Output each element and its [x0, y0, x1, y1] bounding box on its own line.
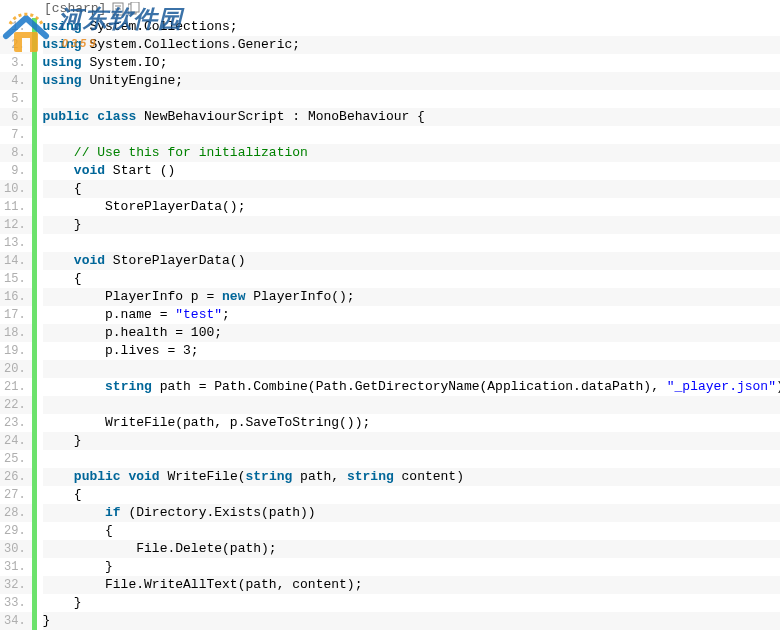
line-number: 14. [0, 252, 32, 270]
text-token: Start () [105, 163, 175, 178]
text-token [43, 379, 105, 394]
code-line[interactable]: using System.Collections.Generic; [43, 36, 780, 54]
text-token: p.lives = 3; [43, 343, 199, 358]
code-line[interactable] [43, 90, 780, 108]
code-toolbar [112, 2, 140, 16]
line-number: 17. [0, 306, 32, 324]
keyword-token: string [246, 469, 293, 484]
line-number: 4. [0, 72, 32, 90]
text-token [43, 253, 74, 268]
code-line[interactable]: StorePlayerData(); [43, 198, 780, 216]
line-number: 19. [0, 342, 32, 360]
code-line[interactable]: // Use this for initialization [43, 144, 780, 162]
code-line[interactable]: } [43, 216, 780, 234]
line-number: 27. [0, 486, 32, 504]
code-editor: 1. 2. 3. 4. 5. 6. 7. 8. 9.10.11.12.13.14… [0, 18, 780, 630]
line-number: 20. [0, 360, 32, 378]
code-line[interactable]: using System.IO; [43, 54, 780, 72]
code-line[interactable]: } [43, 432, 780, 450]
keyword-token: using [43, 19, 82, 34]
keyword-token: if [105, 505, 121, 520]
keyword-token: void [74, 163, 105, 178]
keyword-token: public [43, 109, 90, 124]
code-line[interactable] [43, 396, 780, 414]
text-token [43, 145, 74, 160]
code-line[interactable]: File.Delete(path); [43, 540, 780, 558]
line-number: 2. [0, 36, 32, 54]
text-token: content) [394, 469, 464, 484]
code-line[interactable] [43, 234, 780, 252]
text-token: ); [776, 379, 780, 394]
code-line[interactable]: using UnityEngine; [43, 72, 780, 90]
text-token: WriteFile(path, p.SaveToString()); [43, 415, 371, 430]
code-line[interactable]: p.name = "test"; [43, 306, 780, 324]
line-number: 22. [0, 396, 32, 414]
string-token: "test" [175, 307, 222, 322]
code-line[interactable] [43, 126, 780, 144]
text-token: { [43, 181, 82, 196]
code-line[interactable]: } [43, 594, 780, 612]
text-token: } [43, 433, 82, 448]
keyword-token: using [43, 37, 82, 52]
line-number: 30. [0, 540, 32, 558]
line-number: 11. [0, 198, 32, 216]
line-number: 8. [0, 144, 32, 162]
copy-icon[interactable] [128, 2, 140, 16]
keyword-token: void [74, 253, 105, 268]
text-token: } [43, 217, 82, 232]
code-line[interactable]: { [43, 180, 780, 198]
code-line[interactable]: { [43, 270, 780, 288]
text-token: System.Collections.Generic; [82, 37, 300, 52]
code-body[interactable]: using System.Collections;using System.Co… [37, 18, 780, 630]
code-line[interactable]: public class NewBehaviourScript : MonoBe… [43, 108, 780, 126]
text-token [43, 469, 74, 484]
line-number: 6. [0, 108, 32, 126]
text-token [43, 505, 105, 520]
code-line[interactable] [43, 450, 780, 468]
text-token: } [43, 559, 113, 574]
text-token: System.Collections; [82, 19, 238, 34]
code-line[interactable]: void Start () [43, 162, 780, 180]
text-token: UnityEngine; [82, 73, 183, 88]
code-line[interactable]: { [43, 486, 780, 504]
keyword-token: string [347, 469, 394, 484]
text-token: NewBehaviourScript : MonoBehaviour { [136, 109, 425, 124]
text-token: path = Path.Combine(Path.GetDirectoryNam… [152, 379, 667, 394]
code-line[interactable]: p.health = 100; [43, 324, 780, 342]
line-number: 12. [0, 216, 32, 234]
string-token: "_player.json" [667, 379, 776, 394]
text-token: path, [292, 469, 347, 484]
line-number: 28. [0, 504, 32, 522]
code-line[interactable]: WriteFile(path, p.SaveToString()); [43, 414, 780, 432]
keyword-token: string [105, 379, 152, 394]
code-line[interactable]: { [43, 522, 780, 540]
code-line[interactable] [43, 360, 780, 378]
keyword-token: using [43, 73, 82, 88]
code-line[interactable]: string path = Path.Combine(Path.GetDirec… [43, 378, 780, 396]
line-number: 16. [0, 288, 32, 306]
code-line[interactable]: if (Directory.Exists(path)) [43, 504, 780, 522]
line-number: 1. [0, 18, 32, 36]
code-line[interactable]: File.WriteAllText(path, content); [43, 576, 780, 594]
line-number: 7. [0, 126, 32, 144]
code-line[interactable]: p.lives = 3; [43, 342, 780, 360]
code-language-annotation: [csharp] [0, 0, 780, 18]
keyword-token: using [43, 55, 82, 70]
code-line[interactable]: void StorePlayerData() [43, 252, 780, 270]
text-token: } [43, 613, 51, 628]
line-number: 13. [0, 234, 32, 252]
view-plain-icon[interactable] [112, 2, 124, 16]
code-line[interactable]: } [43, 612, 780, 630]
code-line[interactable]: using System.Collections; [43, 18, 780, 36]
line-number: 10. [0, 180, 32, 198]
code-line[interactable]: } [43, 558, 780, 576]
text-token: PlayerInfo(); [245, 289, 354, 304]
code-line[interactable]: PlayerInfo p = new PlayerInfo(); [43, 288, 780, 306]
text-token: p.health = 100; [43, 325, 222, 340]
code-line[interactable]: public void WriteFile(string path, strin… [43, 468, 780, 486]
comment-token: // Use this for initialization [74, 145, 308, 160]
line-number-gutter: 1. 2. 3. 4. 5. 6. 7. 8. 9.10.11.12.13.14… [0, 18, 37, 630]
line-number: 3. [0, 54, 32, 72]
text-token: { [43, 271, 82, 286]
line-number: 33. [0, 594, 32, 612]
